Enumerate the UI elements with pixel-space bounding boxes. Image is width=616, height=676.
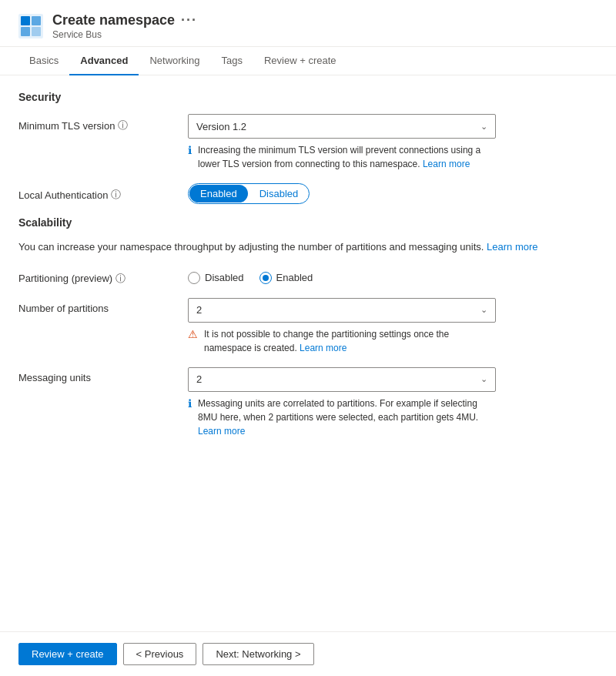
svg-rect-3 <box>21 27 30 36</box>
partitions-dropdown[interactable]: 2 ⌄ <box>188 298 496 323</box>
partitioning-control: Disabled Enabled <box>188 267 598 284</box>
tls-learn-more-link[interactable]: Learn more <box>423 159 470 169</box>
partitioning-radio-group: Disabled Enabled <box>188 267 598 284</box>
local-auth-row: Local Authentication ⓘ Enabled Disabled <box>18 183 598 204</box>
partitioning-disabled-radio[interactable] <box>188 272 200 284</box>
page-title: Create namespace ··· <box>52 12 598 28</box>
tls-info-circle-icon: ℹ <box>188 144 192 156</box>
partitions-chevron-icon: ⌄ <box>480 305 487 315</box>
partitions-selected-value: 2 <box>196 304 202 316</box>
messaging-label: Messaging units <box>18 367 188 383</box>
tls-version-row: Minimum TLS version ⓘ Version 1.2 ⌄ ℹ In… <box>18 114 598 171</box>
tab-networking[interactable]: Networking <box>139 47 210 75</box>
partitions-warning-box: ⚠ It is not possible to change the parti… <box>188 327 496 355</box>
partitioning-info-icon[interactable]: ⓘ <box>116 272 126 286</box>
service-bus-icon <box>18 14 43 38</box>
security-section-title: Security <box>18 91 598 103</box>
title-text: Create namespace <box>52 12 175 28</box>
footer: Review + create < Previous Next: Network… <box>0 631 616 676</box>
messaging-info-box: ℹ Messaging units are correlated to part… <box>188 397 496 438</box>
header-text-group: Create namespace ··· Service Bus <box>52 12 598 40</box>
svg-rect-2 <box>32 16 41 25</box>
messaging-learn-more-link[interactable]: Learn more <box>198 426 245 437</box>
partitions-warning-text: It is not possible to change the partiti… <box>204 327 496 355</box>
tab-tags[interactable]: Tags <box>210 47 253 75</box>
partitioning-row: Partitioning (preview) ⓘ Disabled Enable… <box>18 267 598 286</box>
radio-inner-dot <box>263 275 269 281</box>
tls-dropdown[interactable]: Version 1.2 ⌄ <box>188 114 496 139</box>
local-auth-enabled-option[interactable]: Enabled <box>189 185 248 202</box>
messaging-info-text: Messaging units are correlated to partit… <box>198 397 496 438</box>
tabs-bar: Basics Advanced Networking Tags Review +… <box>0 47 616 75</box>
previous-button[interactable]: < Previous <box>123 643 197 665</box>
tls-chevron-icon: ⌄ <box>480 122 487 132</box>
scalability-description: You can increase your namespace throughp… <box>18 239 598 255</box>
page-subtitle: Service Bus <box>52 29 598 40</box>
tab-basics[interactable]: Basics <box>18 47 69 75</box>
next-networking-button[interactable]: Next: Networking > <box>203 643 313 665</box>
tls-info-icon[interactable]: ⓘ <box>118 119 128 132</box>
local-auth-label: Local Authentication ⓘ <box>18 183 188 202</box>
local-auth-disabled-option[interactable]: Disabled <box>249 185 310 202</box>
partitioning-enabled-radio[interactable] <box>259 272 272 284</box>
partitions-learn-more-link[interactable]: Learn more <box>300 343 346 353</box>
partitions-warning-icon: ⚠ <box>188 328 198 340</box>
messaging-info-circle-icon: ℹ <box>188 397 192 410</box>
local-auth-control: Enabled Disabled <box>188 183 598 204</box>
svg-rect-1 <box>21 16 30 25</box>
scalability-learn-more-link[interactable]: Learn more <box>487 241 537 253</box>
local-auth-info-icon[interactable]: ⓘ <box>111 188 121 202</box>
main-content: Security Minimum TLS version ⓘ Version 1… <box>0 75 616 527</box>
local-auth-toggle[interactable]: Enabled Disabled <box>188 183 310 204</box>
tls-label: Minimum TLS version ⓘ <box>18 114 188 132</box>
tls-info-text: Increasing the minimum TLS version will … <box>198 143 496 171</box>
tls-info-box: ℹ Increasing the minimum TLS version wil… <box>188 143 496 171</box>
review-create-button[interactable]: Review + create <box>18 643 117 665</box>
tab-review-create[interactable]: Review + create <box>253 47 347 75</box>
messaging-chevron-icon: ⌄ <box>480 374 487 384</box>
tab-advanced[interactable]: Advanced <box>69 47 139 75</box>
scalability-section-title: Scalability <box>18 216 598 229</box>
partitioning-enabled-option[interactable]: Enabled <box>259 272 313 284</box>
partitioning-label: Partitioning (preview) ⓘ <box>18 267 188 286</box>
page-header: Create namespace ··· Service Bus <box>0 0 616 47</box>
svg-rect-4 <box>32 27 41 36</box>
partitions-label: Number of partitions <box>18 298 188 314</box>
messaging-selected-value: 2 <box>196 373 202 385</box>
tls-control: Version 1.2 ⌄ ℹ Increasing the minimum T… <box>188 114 598 171</box>
messaging-row: Messaging units 2 ⌄ ℹ Messaging units ar… <box>18 367 598 438</box>
tls-selected-value: Version 1.2 <box>196 121 246 132</box>
partitions-control: 2 ⌄ ⚠ It is not possible to change the p… <box>188 298 598 355</box>
partitions-row: Number of partitions 2 ⌄ ⚠ It is not pos… <box>18 298 598 355</box>
messaging-control: 2 ⌄ ℹ Messaging units are correlated to … <box>188 367 598 438</box>
more-options-button[interactable]: ··· <box>181 12 197 28</box>
messaging-dropdown[interactable]: 2 ⌄ <box>188 367 496 392</box>
partitioning-disabled-option[interactable]: Disabled <box>188 272 244 284</box>
